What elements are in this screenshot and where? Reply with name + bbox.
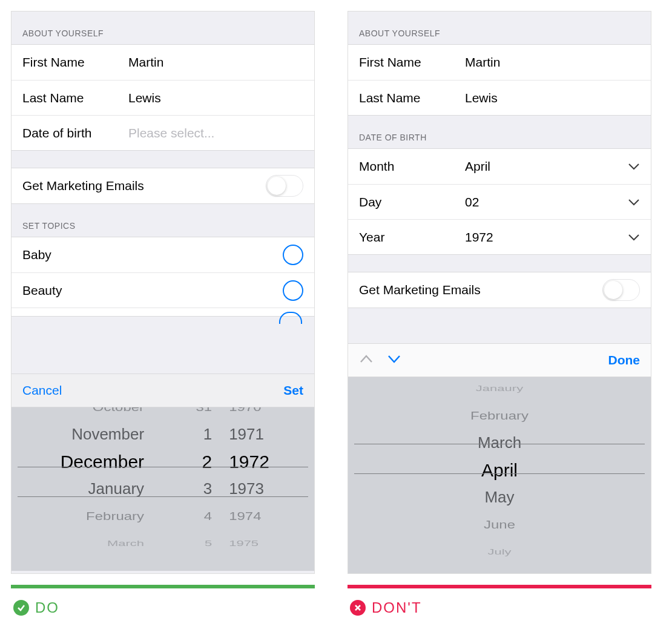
about-list: First Name Martin Last Name Lewis Date o… <box>12 44 314 151</box>
month-value: April <box>465 159 490 174</box>
last-name-row[interactable]: Last Name Lewis <box>12 80 314 115</box>
day-value: 02 <box>465 195 479 209</box>
date-picker[interactable]: September October November December Janu… <box>12 407 314 571</box>
dob-header: DATE OF BIRTH <box>348 116 651 148</box>
do-label: DO <box>35 599 59 616</box>
picker-toolbar: Cancel Set <box>12 374 314 407</box>
marketing-list: Get Marketing Emails <box>12 168 314 204</box>
year-row[interactable]: Year 1972 <box>348 219 651 254</box>
year-wheel[interactable]: 1969 1970 1971 1972 1973 1974 1975 <box>218 407 314 530</box>
chevron-down-icon <box>628 234 640 241</box>
cancel-button[interactable]: Cancel <box>22 383 62 398</box>
dob-label: Date of birth <box>22 126 128 140</box>
about-header: ABOUT YOURSELF <box>348 12 651 44</box>
dob-list: Month April Day 02 Year 1972 <box>348 148 651 255</box>
topic-row-beauty[interactable]: Beauty <box>12 272 314 308</box>
radio-unchecked-icon[interactable] <box>283 245 303 265</box>
set-button[interactable]: Set <box>283 383 303 398</box>
year-label: Year <box>359 230 465 245</box>
radio-unchecked-icon[interactable] <box>283 280 303 301</box>
month-row[interactable]: Month April <box>348 149 651 184</box>
marketing-row[interactable]: Get Marketing Emails <box>12 168 314 203</box>
prev-field-button[interactable] <box>359 354 374 366</box>
about-header: ABOUT YOURSELF <box>12 12 314 44</box>
last-name-label: Last Name <box>359 91 465 105</box>
x-circle-icon <box>350 600 366 616</box>
first-name-row[interactable]: First Name Martin <box>348 45 651 80</box>
year-value: 1972 <box>465 230 493 245</box>
topic-label: Beauty <box>22 283 62 298</box>
first-name-value: Martin <box>128 55 163 70</box>
month-wheel[interactable]: Janaury February March April May June Ju… <box>348 377 651 571</box>
marketing-toggle[interactable] <box>266 175 303 197</box>
last-name-value: Lewis <box>465 91 498 105</box>
month-wheel[interactable]: September October November December Janu… <box>12 407 160 530</box>
topic-label: Baby <box>22 248 51 262</box>
picker-toolbar: Done <box>348 343 651 377</box>
first-name-label: First Name <box>22 55 128 70</box>
topics-list: Baby Beauty <box>12 237 314 317</box>
marketing-list: Get Marketing Emails <box>348 272 651 308</box>
last-name-label: Last Name <box>22 91 128 105</box>
marketing-label: Get Marketing Emails <box>22 179 144 193</box>
last-name-value: Lewis <box>128 91 161 105</box>
first-name-value: Martin <box>465 55 500 70</box>
about-list: First Name Martin Last Name Lewis <box>348 44 651 116</box>
chevron-down-icon <box>628 163 640 170</box>
month-label: Month <box>359 159 465 174</box>
first-name-label: First Name <box>359 55 465 70</box>
topic-row-peek <box>12 308 314 316</box>
topics-header: SET TOPICS <box>12 204 314 237</box>
first-name-row[interactable]: First Name Martin <box>12 45 314 80</box>
dont-panel: ABOUT YOURSELF First Name Martin Last Na… <box>348 11 651 574</box>
marketing-label: Get Marketing Emails <box>359 283 481 297</box>
topic-row-baby[interactable]: Baby <box>12 237 314 272</box>
check-circle-icon <box>13 600 29 616</box>
marketing-toggle[interactable] <box>602 279 640 301</box>
dont-label: DON'T <box>372 599 422 616</box>
do-panel: ABOUT YOURSELF First Name Martin Last Na… <box>11 11 315 574</box>
day-row[interactable]: Day 02 <box>348 184 651 219</box>
chevron-down-icon <box>628 199 640 206</box>
next-field-button[interactable] <box>387 354 401 366</box>
dob-row[interactable]: Date of birth Please select... <box>12 115 314 150</box>
do-caption: DO <box>11 585 315 620</box>
dont-caption: DON'T <box>348 585 651 620</box>
day-wheel[interactable]: 30 31 1 2 3 4 5 <box>160 407 218 530</box>
dob-placeholder: Please select... <box>128 126 214 140</box>
month-picker[interactable]: Janaury February March April May June Ju… <box>348 377 651 574</box>
marketing-row[interactable]: Get Marketing Emails <box>348 272 651 308</box>
last-name-row[interactable]: Last Name Lewis <box>348 80 651 115</box>
done-button[interactable]: Done <box>608 353 641 367</box>
day-label: Day <box>359 195 465 209</box>
